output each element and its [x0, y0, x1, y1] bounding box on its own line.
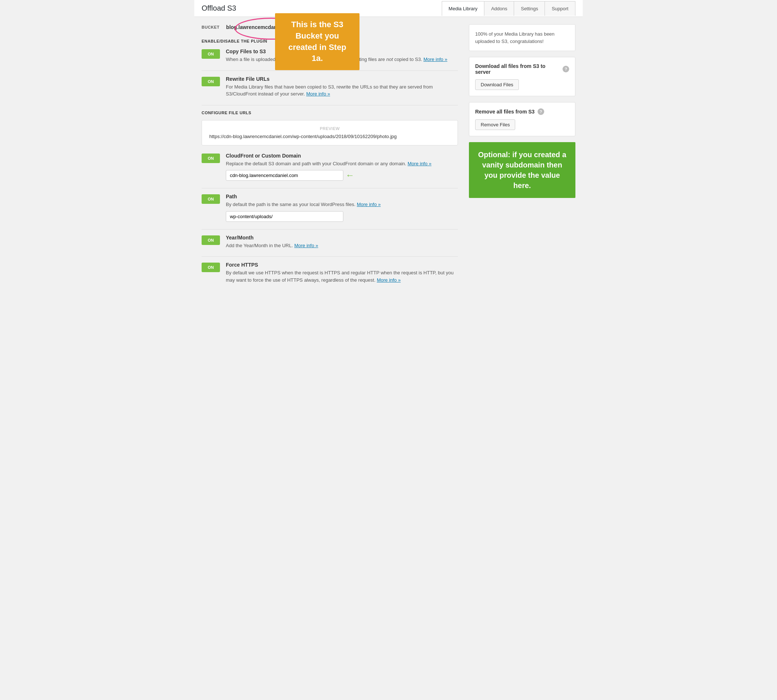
year-month-more-info[interactable]: More info » [294, 243, 318, 248]
orange-arrow-annotation: ← [345, 26, 355, 37]
preview-label: PREVIEW [209, 126, 450, 131]
force-https-more-info[interactable]: More info » [377, 277, 401, 283]
rewrite-urls-title: Rewrite File URLs [226, 76, 458, 82]
download-files-card: Download all files from S3 to server ? D… [469, 57, 576, 96]
download-files-button[interactable]: Download Files [475, 79, 519, 90]
force-https-toggle[interactable]: ON [201, 263, 220, 272]
year-month-title: Year/Month [226, 235, 318, 240]
upload-status-card: 100% of your Media Library has been uplo… [469, 24, 576, 51]
year-month-content: Year/Month Add the Year/Month in the URL… [226, 235, 318, 249]
divider-2 [201, 105, 458, 105]
green-arrow-annotation: ← [346, 170, 354, 180]
upload-status-text: 100% of your Media Library has been uplo… [475, 31, 554, 44]
top-nav: Offload S3 Media Library Addons Settings… [194, 0, 583, 17]
tab-media-library[interactable]: Media Library [442, 1, 485, 16]
path-content: Path By default the path is the same as … [226, 193, 381, 222]
cloudfront-description: Replace the default S3 domain and path w… [226, 160, 431, 167]
download-help-icon[interactable]: ? [562, 66, 569, 72]
setting-rewrite-urls: ON Rewrite File URLs For Media Library f… [201, 76, 458, 98]
tab-support[interactable]: Support [544, 1, 576, 16]
preview-url: https://cdn-blog.lawrencemcdaniel.com/wp… [209, 134, 450, 139]
configure-heading: CONFIGURE FILE URLS [201, 110, 458, 115]
year-month-toggle[interactable]: ON [201, 235, 220, 245]
year-month-description: Add the Year/Month in the URL. More info… [226, 242, 318, 249]
force-https-content: Force HTTPS By default we use HTTPS when… [226, 262, 458, 283]
configure-file-urls-section: CONFIGURE FILE URLS PREVIEW https://cdn-… [201, 110, 458, 284]
cloudfront-section: ON CloudFront or Custom Domain Replace t… [201, 153, 458, 181]
setting-cloudfront: ON CloudFront or Custom Domain Replace t… [201, 153, 458, 181]
bucket-label: BUCKET [201, 25, 220, 29]
divider-4 [201, 229, 458, 230]
cloudfront-domain-input[interactable] [226, 170, 343, 181]
path-toggle[interactable]: ON [201, 194, 220, 204]
remove-card-title: Remove all files from S3 ? [475, 108, 569, 115]
setting-path: ON Path By default the path is the same … [201, 193, 458, 222]
download-card-title-text: Download all files from S3 to server [475, 63, 560, 75]
preview-box: PREVIEW https://cdn-blog.lawrencemcdanie… [201, 120, 458, 145]
cloudfront-toggle[interactable]: ON [201, 153, 220, 163]
left-column: BUCKET blog.lawrencemcdaniel.com ↗ Chang… [201, 24, 458, 291]
cloudfront-title: CloudFront or Custom Domain [226, 153, 431, 159]
app-title: Offload S3 [201, 4, 236, 12]
setting-year-month: ON Year/Month Add the Year/Month in the … [201, 235, 458, 249]
tab-addons[interactable]: Addons [484, 1, 514, 16]
rewrite-urls-more-info[interactable]: More info » [306, 91, 330, 97]
path-title: Path [226, 193, 381, 199]
path-more-info[interactable]: More info » [357, 202, 381, 207]
bucket-annotation-box: This is the S3 Bucket you created in Ste… [275, 13, 359, 70]
divider-1 [201, 70, 458, 71]
main-content: BUCKET blog.lawrencemcdaniel.com ↗ Chang… [194, 17, 583, 298]
setting-force-https: ON Force HTTPS By default we use HTTPS w… [201, 262, 458, 283]
divider-3 [201, 188, 458, 188]
rewrite-urls-content: Rewrite File URLs For Media Library file… [226, 76, 458, 98]
rewrite-urls-toggle[interactable]: ON [201, 77, 220, 86]
path-input[interactable] [226, 211, 343, 222]
force-https-title: Force HTTPS [226, 262, 458, 268]
cloudfront-content: CloudFront or Custom Domain Replace the … [226, 153, 431, 181]
green-annotation-box: Optional: if you created a vanity subdom… [469, 142, 576, 198]
cloudfront-more-info[interactable]: More info » [408, 161, 431, 167]
path-description: By default the path is the same as your … [226, 201, 381, 208]
right-column: 100% of your Media Library has been uplo… [469, 24, 576, 198]
rewrite-urls-description: For Media Library files that have been c… [226, 83, 458, 98]
force-https-description: By default we use HTTPS when the request… [226, 269, 458, 283]
remove-files-button[interactable]: Remove Files [475, 119, 515, 130]
remove-card-title-text: Remove all files from S3 [475, 109, 535, 115]
tab-settings[interactable]: Settings [514, 1, 545, 16]
cloudfront-input-row: ← [226, 167, 343, 181]
nav-tabs: Media Library Addons Settings Support [442, 1, 576, 16]
download-card-title: Download all files from S3 to server ? [475, 63, 569, 75]
copy-files-more-info[interactable]: More info » [423, 57, 447, 62]
remove-help-icon[interactable]: ? [537, 108, 544, 115]
remove-files-card: Remove all files from S3 ? Remove Files [469, 102, 576, 136]
copy-files-toggle[interactable]: ON [201, 49, 220, 59]
